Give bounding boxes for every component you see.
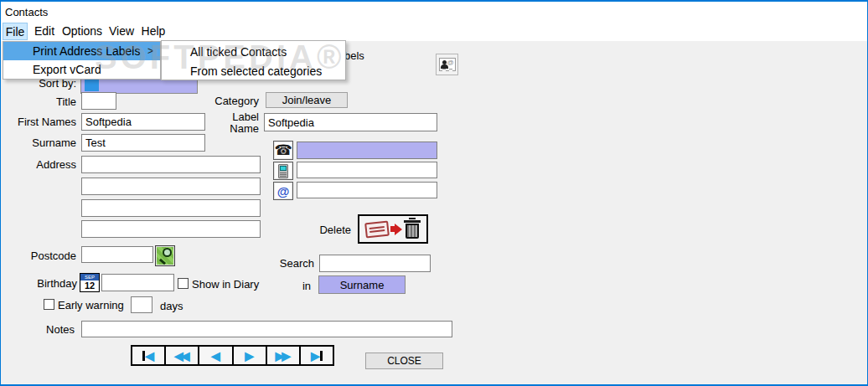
- close-button[interactable]: CLOSE: [365, 353, 443, 369]
- file-menu-dropdown: Print Address Labels > Export vCard: [3, 41, 161, 80]
- nav-rewind-button[interactable]: ◀◀: [164, 347, 198, 364]
- calendar-icon: SEP: [80, 274, 99, 280]
- menuitem-export-vcard-label: Export vCard: [33, 63, 101, 76]
- early-warning-days-input[interactable]: [131, 296, 152, 313]
- menu-view[interactable]: View: [107, 23, 136, 40]
- delete-arrow-icon: [390, 224, 402, 235]
- notes-input[interactable]: [81, 321, 452, 337]
- vcard-button[interactable]: @: [436, 54, 458, 75]
- menuitem-from-selected-categories[interactable]: From selected categories: [162, 62, 345, 81]
- address-line-4-input[interactable]: [81, 220, 261, 238]
- menuitem-all-ticked-contacts[interactable]: All ticked Contacts: [162, 43, 345, 62]
- at-icon: @: [277, 185, 290, 198]
- menu-options[interactable]: Options: [61, 23, 103, 40]
- menuitem-all-ticked-contacts-label: All ticked Contacts: [190, 45, 287, 59]
- menu-edit[interactable]: Edit: [32, 23, 57, 40]
- nav-rewind-icon: ◀◀: [174, 350, 188, 362]
- delete-button[interactable]: [358, 214, 428, 244]
- birthday-input[interactable]: [101, 274, 174, 291]
- menu-bar: File Edit Options View Help: [1, 23, 867, 41]
- nav-back-icon: ◀: [211, 350, 220, 362]
- email-button[interactable]: @: [273, 182, 293, 200]
- obscured-label-fragment: bels: [344, 49, 364, 62]
- search-in-field-button[interactable]: Surname: [318, 275, 406, 294]
- search-label: Search: [266, 257, 314, 270]
- notes-label: Notes: [34, 323, 75, 336]
- phone-icon: ☎: [274, 143, 292, 157]
- nav-forward-icon: ▶: [245, 350, 254, 362]
- map-search-icon: [156, 246, 174, 265]
- show-in-diary-label: Show in Diary: [192, 278, 259, 291]
- early-warning-label: Early warning: [58, 299, 124, 311]
- surname-input[interactable]: [81, 134, 205, 152]
- nav-back-button[interactable]: ◀: [198, 347, 231, 364]
- postcode-lookup-button[interactable]: [155, 245, 175, 266]
- days-label: days: [160, 300, 183, 312]
- menuitem-print-address-labels-label: Print Address Labels: [33, 44, 140, 58]
- first-names-input[interactable]: [81, 113, 205, 131]
- mobile-icon: [278, 164, 288, 178]
- birthday-label: Birthday: [28, 277, 77, 290]
- postcode-label: Postcode: [26, 250, 76, 262]
- nav-forward-button[interactable]: ▶: [232, 347, 266, 364]
- mobile-input[interactable]: [297, 162, 437, 178]
- surname-label: Surname: [9, 136, 76, 149]
- menu-file[interactable]: File: [3, 23, 28, 40]
- address-line-3-input[interactable]: [81, 199, 261, 217]
- phone-input[interactable]: [297, 142, 437, 159]
- address-line-1-input[interactable]: [81, 156, 261, 173]
- show-in-diary-checkbox[interactable]: [178, 278, 189, 289]
- record-navigation: ◀ ◀◀ ◀ ▶ ▶▶ ▶: [131, 345, 334, 366]
- nav-first-button[interactable]: ◀: [132, 347, 164, 364]
- early-warning-checkbox[interactable]: [44, 299, 54, 310]
- title-label: Title: [34, 95, 76, 108]
- postcode-input[interactable]: [81, 246, 153, 263]
- mobile-button[interactable]: [273, 162, 293, 180]
- sort-by-selection: [85, 80, 99, 91]
- window-title: Contacts: [5, 6, 48, 18]
- address-line-2-input[interactable]: [81, 178, 261, 195]
- search-input[interactable]: [319, 255, 431, 272]
- search-in-label: in: [277, 280, 311, 292]
- menuitem-from-selected-categories-label: From selected categories: [190, 64, 322, 78]
- join-leave-button[interactable]: Join/leave: [266, 92, 348, 108]
- nav-last-button[interactable]: ▶: [299, 347, 333, 364]
- label-name-input[interactable]: [264, 113, 437, 131]
- submenu-arrow-icon: >: [147, 42, 153, 60]
- title-input[interactable]: [81, 92, 116, 110]
- category-label: Category: [202, 95, 259, 107]
- vcard-icon: @: [439, 58, 456, 71]
- print-labels-submenu: All ticked Contacts From selected catego…: [161, 40, 346, 80]
- menu-help[interactable]: Help: [139, 23, 168, 40]
- menuitem-print-address-labels[interactable]: Print Address Labels >: [3, 42, 160, 60]
- delete-label: Delete: [294, 224, 351, 236]
- first-names-label: First Names: [9, 116, 76, 128]
- menuitem-export-vcard[interactable]: Export vCard: [3, 60, 160, 79]
- title-bar: Contacts: [1, 2, 867, 23]
- address-label: Address: [9, 158, 76, 171]
- label-name-label: Label Name: [219, 111, 259, 135]
- envelope-icon: [364, 220, 390, 238]
- email-input[interactable]: [297, 182, 437, 198]
- nav-last-icon: ▶: [311, 350, 320, 362]
- nav-ffwd-button[interactable]: ▶▶: [266, 347, 299, 364]
- phone-button[interactable]: ☎: [273, 141, 293, 160]
- nav-ffwd-icon: ▶▶: [276, 350, 289, 362]
- birthday-calendar-button[interactable]: SEP 12: [80, 273, 100, 292]
- trash-icon: [404, 218, 421, 240]
- contacts-window: Contacts File Edit Options View Help Pri…: [0, 0, 868, 386]
